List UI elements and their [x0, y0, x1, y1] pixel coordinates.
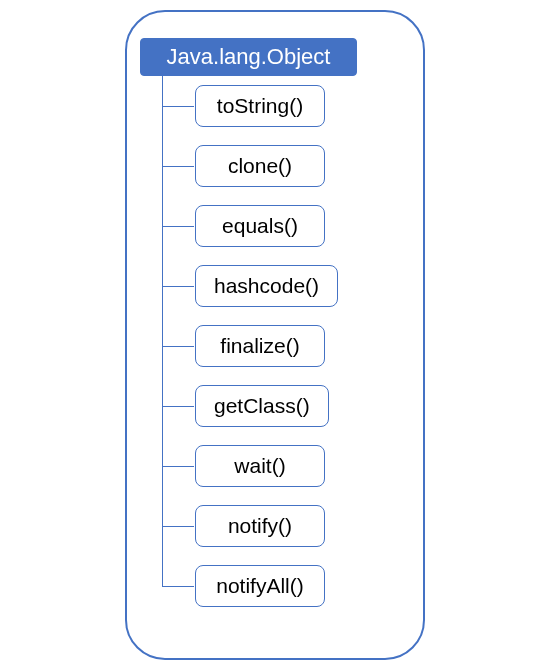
tree-row: toString(): [140, 76, 410, 136]
tree-row: equals(): [140, 196, 410, 256]
tree-hline: [162, 226, 194, 227]
tree-hline: [162, 406, 194, 407]
tree-row: getClass(): [140, 376, 410, 436]
method-finalize: finalize(): [195, 325, 325, 367]
tree-row: clone(): [140, 136, 410, 196]
tree-hline: [162, 526, 194, 527]
tree-row: wait(): [140, 436, 410, 496]
method-hashcode: hashcode(): [195, 265, 338, 307]
method-notify: notify(): [195, 505, 325, 547]
tree-hline: [162, 166, 194, 167]
method-clone: clone(): [195, 145, 325, 187]
method-equals: equals(): [195, 205, 325, 247]
tree-vline: [162, 556, 163, 586]
method-tostring: toString(): [195, 85, 325, 127]
method-getclass: getClass(): [195, 385, 329, 427]
tree-row: hashcode(): [140, 256, 410, 316]
tree-hline: [162, 286, 194, 287]
tree-hline: [162, 586, 194, 587]
tree-row: notifyAll(): [140, 556, 410, 616]
tree-row: notify(): [140, 496, 410, 556]
tree-hline: [162, 106, 194, 107]
method-tree: toString() clone() equals() hashcode() f…: [140, 76, 410, 616]
tree-hline: [162, 346, 194, 347]
tree-hline: [162, 466, 194, 467]
tree-row: finalize(): [140, 316, 410, 376]
method-wait: wait(): [195, 445, 325, 487]
class-header: Java.lang.Object: [140, 38, 357, 76]
method-notifyall: notifyAll(): [195, 565, 325, 607]
